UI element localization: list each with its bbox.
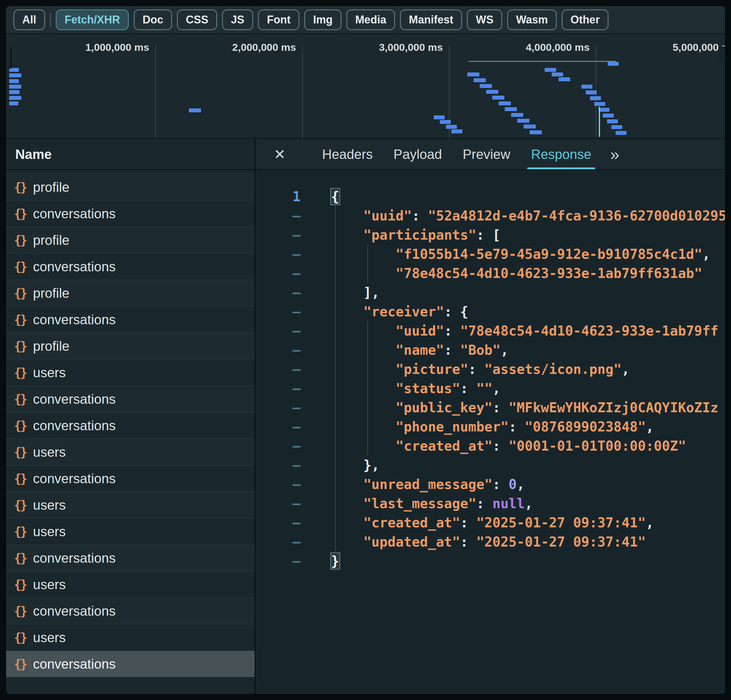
request-row[interactable]: {}conversations: [6, 598, 255, 624]
timeline-ruler[interactable]: 1,000,000 ms2,000,000 ms3,000,000 ms4,00…: [6, 34, 725, 61]
request-row[interactable]: {}conversations: [6, 253, 255, 280]
json-file-icon: {}: [14, 524, 26, 539]
name-column-header[interactable]: Name: [6, 139, 255, 170]
tab-preview[interactable]: Preview: [452, 139, 521, 169]
request-name: conversations: [33, 206, 116, 221]
request-row[interactable]: {}users: [6, 439, 255, 466]
filter-font[interactable]: Font: [258, 9, 299, 30]
timeline-overview[interactable]: 1,000,000 ms2,000,000 ms3,000,000 ms4,00…: [6, 34, 725, 139]
request-row[interactable]: {}conversations: [6, 201, 255, 227]
request-row[interactable]: {}conversations: [6, 386, 255, 413]
line-content: "receiver": {: [304, 302, 468, 321]
line-content: "unread_message": 0,: [304, 475, 525, 494]
tab-payload[interactable]: Payload: [383, 139, 452, 169]
request-name: profile: [33, 286, 69, 301]
request-row[interactable]: {}profile: [6, 280, 255, 307]
line-content: },: [304, 455, 380, 475]
json-file-icon: {}: [14, 445, 26, 459]
overview-right-handle[interactable]: [718, 46, 725, 63]
waterfall-bar: [446, 125, 457, 129]
request-name: conversations: [33, 656, 116, 672]
request-name: users: [33, 577, 66, 592]
filter-js[interactable]: JS: [222, 9, 253, 30]
request-name: conversations: [33, 312, 116, 327]
json-file-icon: {}: [14, 657, 26, 671]
line-content: "last_message": null,: [304, 494, 533, 513]
waterfall-bar: [9, 96, 21, 100]
tab-headers[interactable]: Headers: [312, 139, 383, 169]
fold-marker: –: [255, 206, 304, 225]
fold-marker: –: [255, 321, 304, 340]
request-row[interactable]: {}profile: [6, 333, 255, 360]
filter-manifest[interactable]: Manifest: [400, 9, 462, 30]
request-row[interactable]: {}users: [6, 360, 255, 386]
line-content: "created_at": "0001-01-01T00:00:00Z": [304, 436, 686, 455]
request-name: conversations: [33, 392, 116, 407]
request-rows: {}profile{}conversations{}profile{}conve…: [6, 170, 255, 694]
response-line: – "phone_number": "0876899023848",: [255, 417, 725, 436]
filter-all[interactable]: All: [13, 9, 45, 30]
fold-marker: –: [255, 455, 304, 475]
request-row[interactable]: {}conversations: [6, 413, 255, 439]
request-list-panel: Name {}profile{}conversations{}profile{}…: [6, 139, 255, 694]
waterfall-bar: [590, 96, 601, 100]
tab-response[interactable]: Response: [521, 139, 602, 169]
filter-other[interactable]: Other: [562, 9, 609, 30]
json-file-icon: {}: [14, 260, 26, 274]
json-file-icon: {}: [14, 578, 26, 592]
request-row[interactable]: {}users: [6, 492, 255, 518]
waterfall-bar: [545, 68, 556, 72]
close-icon[interactable]: ✕: [274, 146, 286, 163]
response-line: – "status": "",: [255, 379, 725, 398]
fold-marker: –: [255, 532, 304, 551]
request-row[interactable]: {}users: [6, 518, 255, 545]
request-name: profile: [33, 233, 69, 248]
line-content: "created_at": "2025-01-27 09:37:41",: [304, 513, 654, 532]
request-row[interactable]: {}users: [6, 571, 255, 598]
filter-doc[interactable]: Doc: [134, 9, 172, 30]
filter-wasm[interactable]: Wasm: [507, 9, 557, 30]
details-panel: ✕ HeadersPayloadPreviewResponse» 1{– "uu…: [255, 139, 725, 694]
filter-media[interactable]: Media: [346, 9, 395, 30]
fold-marker: –: [255, 398, 304, 417]
waterfall-bar: [615, 131, 627, 135]
request-row[interactable]: {}conversations: [6, 545, 255, 571]
request-name: users: [33, 630, 66, 645]
line-content: "status": "",: [304, 379, 501, 398]
waterfall-bar: [9, 85, 21, 89]
waterfall-bar: [581, 85, 592, 89]
request-row[interactable]: {}conversations: [6, 307, 255, 333]
waterfall-bar: [467, 72, 479, 76]
waterfall-bar: [189, 108, 201, 112]
filter-ws[interactable]: WS: [467, 9, 502, 30]
filter-css[interactable]: CSS: [177, 9, 217, 30]
waterfall-band[interactable]: [6, 61, 725, 138]
line-content: "uuid": "78e48c54-4d10-4623-933e-1ab79ff: [304, 321, 719, 340]
request-row[interactable]: {}profile: [6, 174, 255, 201]
response-line: – "public_key": "MFkwEwYHKoZIzj0CAQYIKoZ…: [255, 398, 725, 417]
waterfall-bar: [499, 101, 511, 105]
response-line: – "participants": [: [255, 225, 725, 245]
line-content: "participants": [: [304, 225, 501, 245]
filter-img[interactable]: Img: [304, 9, 341, 30]
json-file-icon: {}: [14, 419, 26, 433]
waterfall-bar: [505, 107, 517, 111]
request-row-partial[interactable]: [6, 170, 255, 174]
more-tabs-icon[interactable]: »: [611, 145, 619, 164]
fold-marker: –: [255, 494, 304, 513]
request-name: conversations: [33, 471, 116, 486]
request-row[interactable]: {}conversations: [6, 651, 255, 678]
overview-left-handle[interactable]: [6, 47, 12, 69]
line-content: {: [304, 187, 339, 206]
waterfall-bar: [434, 116, 445, 119]
request-row[interactable]: {}users: [6, 624, 255, 651]
fold-marker: –: [255, 436, 304, 455]
response-code: 1{– "uuid": "52a4812d-e4b7-4fca-9136-627…: [255, 170, 725, 694]
json-file-icon: {}: [14, 313, 26, 327]
request-row[interactable]: {}conversations: [6, 466, 255, 492]
waterfall-bar: [9, 90, 19, 94]
request-name: conversations: [33, 418, 116, 433]
filter-fetch-xhr[interactable]: Fetch/XHR: [56, 9, 129, 30]
response-line: – "unread_message": 0,: [255, 475, 725, 494]
request-row[interactable]: {}profile: [6, 227, 255, 253]
